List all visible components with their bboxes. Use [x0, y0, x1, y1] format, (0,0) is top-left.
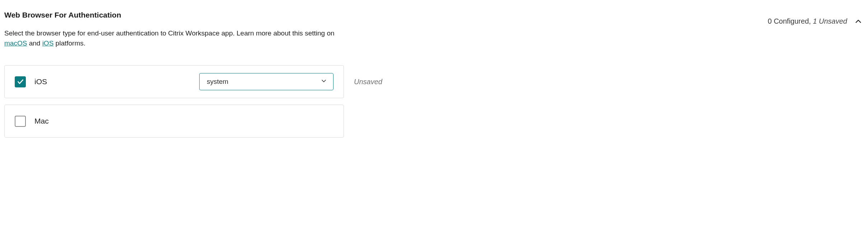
configured-count: 0 [768, 17, 772, 25]
status-summary: 0 Configured, 1 Unsaved [768, 17, 847, 25]
platform-mac-checkbox-wrap: Mac [15, 116, 49, 127]
unsaved-count: 1 [813, 17, 817, 25]
unsaved-label: Unsaved [817, 17, 848, 25]
checkbox-ios[interactable] [15, 76, 26, 87]
platform-label-ios: iOS [34, 77, 47, 86]
link-ios[interactable]: iOS [42, 39, 54, 47]
platform-row-ios: iOS system Unsaved [4, 65, 864, 98]
link-macos[interactable]: macOS [4, 39, 27, 47]
chevron-up-icon[interactable] [854, 18, 862, 25]
checkbox-mac[interactable] [15, 116, 26, 127]
section-title: Web Browser For Authentication [4, 11, 121, 19]
status-area: 0 Configured, 1 Unsaved [768, 17, 862, 25]
select-value-ios: system [207, 78, 228, 86]
description-text-and: and [27, 39, 42, 47]
section-header: Web Browser For Authentication 0 Configu… [4, 4, 864, 25]
platform-ios-checkbox-wrap: iOS [15, 76, 47, 87]
platform-card-ios: iOS system [4, 65, 344, 98]
section-description: Select the browser type for end-user aut… [4, 28, 335, 48]
browser-select-ios[interactable]: system [199, 73, 333, 90]
configured-label: Configured, [772, 17, 813, 25]
platforms-list: iOS system Unsaved Mac [4, 65, 864, 138]
row-status-ios: Unsaved [354, 78, 382, 86]
chevron-down-icon [320, 77, 327, 86]
platform-card-mac: Mac [4, 105, 344, 138]
description-text-post: platforms. [53, 39, 85, 47]
description-text-pre: Select the browser type for end-user aut… [4, 29, 335, 37]
platform-label-mac: Mac [34, 117, 49, 125]
platform-row-mac: Mac [4, 105, 864, 138]
